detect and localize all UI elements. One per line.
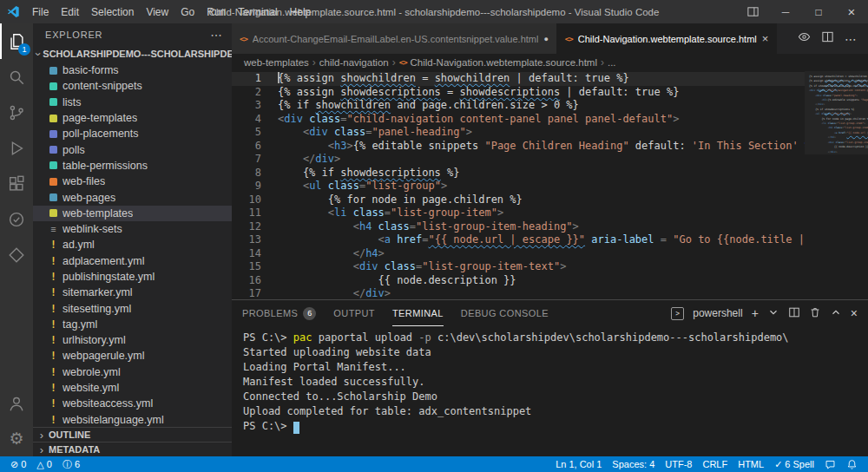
- code-line[interactable]: 5<div class="panel-heading">: [232, 126, 805, 140]
- breadcrumb-item[interactable]: web-templates: [244, 57, 309, 68]
- code-line[interactable]: 15<div class="list-group-item-text">: [232, 260, 805, 274]
- testing-icon[interactable]: [0, 201, 33, 237]
- code-line[interactable]: 12<h4 class="list-group-item-heading">: [232, 220, 805, 234]
- workspace-root-folder[interactable]: › SCHOLARSHIPDEMO---SCHOLARSHIPDEMO: [33, 45, 232, 62]
- spell-checker-status[interactable]: ✓ 6 Spell: [769, 456, 819, 472]
- breadcrumb-item[interactable]: ...: [608, 57, 616, 68]
- menu-file[interactable]: File: [26, 0, 55, 23]
- code-line[interactable]: 10{% for node in page.children %}: [232, 193, 805, 207]
- tree-item-web-templates[interactable]: web-templates: [33, 206, 232, 221]
- terminal-output[interactable]: PS C:\> pac paportal upload -p c:\dev\sc…: [232, 326, 868, 456]
- outline-section[interactable]: › OUTLINE: [33, 427, 232, 442]
- run-and-debug-icon[interactable]: [0, 130, 33, 166]
- notifications-bell-icon[interactable]: [841, 456, 863, 472]
- tree-item-web-files[interactable]: web-files: [33, 174, 232, 189]
- panel-tab-output[interactable]: OUTPUT: [333, 300, 375, 326]
- minimap[interactable]: {% assign showchildren = showchildren | …: [805, 71, 868, 299]
- tree-item-basic-forms[interactable]: basic-forms: [33, 62, 232, 78]
- code-line[interactable]: 2{% assign showdescriptions = showdescri…: [232, 86, 805, 100]
- tree-item-sitesetting.yml[interactable]: !sitesetting.yml: [33, 300, 232, 316]
- close-window-button[interactable]: ×: [835, 0, 868, 23]
- close-panel-icon[interactable]: ×: [851, 307, 858, 319]
- indentation[interactable]: Spaces: 4: [607, 456, 660, 472]
- code-line[interactable]: 1{% assign showchildren = showchildren |…: [232, 72, 805, 86]
- power-platform-icon[interactable]: [0, 237, 33, 272]
- tree-item-page-templates[interactable]: page-templates: [33, 110, 232, 126]
- menu-terminal[interactable]: Terminal: [232, 0, 283, 23]
- tree-item-websitelanguage.yml[interactable]: !websitelanguage.yml: [33, 412, 232, 427]
- explorer-icon[interactable]: 1: [0, 23, 33, 59]
- tree-item-lists[interactable]: lists: [33, 95, 232, 110]
- layout-toggle-icon[interactable]: [736, 0, 769, 23]
- code-line[interactable]: 6<h3>{% editable snippets "Page Children…: [232, 140, 805, 154]
- new-terminal-icon[interactable]: +: [752, 307, 759, 319]
- menu-go[interactable]: Go: [174, 0, 201, 23]
- tree-item-adplacement.yml[interactable]: !adplacement.yml: [33, 253, 232, 269]
- code-line[interactable]: 7</div>: [232, 153, 805, 167]
- code-line[interactable]: 14</h4>: [232, 247, 805, 261]
- close-tab-icon[interactable]: ×: [762, 32, 769, 45]
- status-errors[interactable]: ⊘0: [5, 456, 31, 472]
- tree-item-weblink-sets[interactable]: ≡weblink-sets: [33, 221, 232, 237]
- tree-item-webpagerule.yml[interactable]: !webpagerule.yml: [33, 348, 232, 364]
- minimize-button[interactable]: ─: [769, 0, 802, 23]
- code-line[interactable]: 3{% if showchildren and page.children.si…: [232, 99, 805, 113]
- code-line[interactable]: 17</div>: [232, 287, 805, 299]
- tree-item-content-snippets[interactable]: content-snippets: [33, 78, 232, 94]
- maximize-button[interactable]: □: [802, 0, 835, 23]
- menu-run[interactable]: Run: [201, 0, 232, 23]
- metadata-section[interactable]: › METADATA: [33, 442, 232, 456]
- status-infos[interactable]: ⓘ6: [57, 456, 85, 472]
- tree-item-webrole.yml[interactable]: !webrole.yml: [33, 364, 232, 380]
- code-line[interactable]: 8{% if showdescriptions %}: [232, 167, 805, 180]
- shell-dropdown-chevron-icon[interactable]: [767, 306, 779, 321]
- tab-child-navigation[interactable]: <> Child-Navigation.webtemplate.source.h…: [557, 23, 777, 54]
- tree-item-poll-placements[interactable]: poll-placements: [33, 126, 232, 141]
- menu-selection[interactable]: Selection: [85, 0, 140, 23]
- tree-item-polls[interactable]: polls: [33, 141, 232, 157]
- editor-more-actions-icon[interactable]: ⋯: [845, 32, 858, 46]
- source-control-icon[interactable]: [0, 95, 33, 130]
- explorer-more-actions-icon[interactable]: ⋯: [210, 28, 223, 42]
- search-icon[interactable]: [0, 59, 33, 95]
- code-line[interactable]: 13<a href="{{ node.url | escape }}" aria…: [232, 233, 805, 247]
- split-terminal-icon[interactable]: [788, 306, 800, 321]
- open-preview-icon[interactable]: [798, 30, 811, 47]
- code-line[interactable]: 4<div class="child-navigation content-pa…: [232, 113, 805, 127]
- tree-item-websiteaccess.yml[interactable]: !websiteaccess.yml: [33, 396, 232, 411]
- maximize-panel-chevron-icon[interactable]: [830, 306, 842, 321]
- menu-edit[interactable]: Edit: [55, 0, 85, 23]
- tree-item-web-pages[interactable]: web-pages: [33, 189, 232, 205]
- cursor-position[interactable]: Ln 1, Col 1: [550, 456, 607, 472]
- encoding[interactable]: UTF-8: [660, 456, 697, 472]
- breadcrumb-item[interactable]: child-navigation: [319, 57, 389, 68]
- code-editor[interactable]: 1{% assign showchildren = showchildren |…: [232, 71, 805, 299]
- settings-gear-icon[interactable]: ⚙: [0, 421, 33, 456]
- extensions-icon[interactable]: [0, 166, 33, 201]
- code-line[interactable]: 9<ul class="list-group">: [232, 180, 805, 193]
- status-warnings[interactable]: △0: [31, 456, 57, 472]
- panel-tab-terminal[interactable]: TERMINAL: [392, 300, 444, 326]
- eol[interactable]: CRLF: [697, 456, 733, 472]
- code-line[interactable]: 16{{ node.description }}: [232, 274, 805, 288]
- panel-tab-problems[interactable]: PROBLEMS6: [242, 300, 316, 326]
- accounts-icon[interactable]: [0, 385, 33, 421]
- tree-item-tag.yml[interactable]: !tag.yml: [33, 317, 232, 332]
- terminal-shell-label[interactable]: powershell: [693, 307, 742, 319]
- tree-item-sitemarker.yml[interactable]: !sitemarker.yml: [33, 285, 232, 300]
- menu-help[interactable]: Help: [284, 0, 318, 23]
- kill-terminal-trash-icon[interactable]: [809, 306, 821, 321]
- tree-item-publishingstate.yml[interactable]: !publishingstate.yml: [33, 269, 232, 285]
- panel-tab-debug-console[interactable]: DEBUG CONSOLE: [461, 300, 549, 326]
- tab-account-changeemail[interactable]: <> Account-ChangeEmail-EmailLabel.en-US.…: [232, 23, 557, 54]
- menu-view[interactable]: View: [140, 0, 174, 23]
- tree-item-urlhistory.yml[interactable]: !urlhistory.yml: [33, 332, 232, 348]
- language-mode[interactable]: HTML: [733, 456, 769, 472]
- tree-item-table-permissions[interactable]: table-permissions: [33, 158, 232, 174]
- tree-item-website.yml[interactable]: !website.yml: [33, 380, 232, 396]
- feedback-icon[interactable]: [819, 456, 841, 472]
- split-editor-icon[interactable]: [821, 30, 834, 47]
- breadcrumb-item[interactable]: <>Child-Navigation.webtemplate.source.ht…: [399, 57, 597, 68]
- tree-item-ad.yml[interactable]: !ad.yml: [33, 237, 232, 252]
- code-line[interactable]: 11<li class="list-group-item">: [232, 206, 805, 220]
